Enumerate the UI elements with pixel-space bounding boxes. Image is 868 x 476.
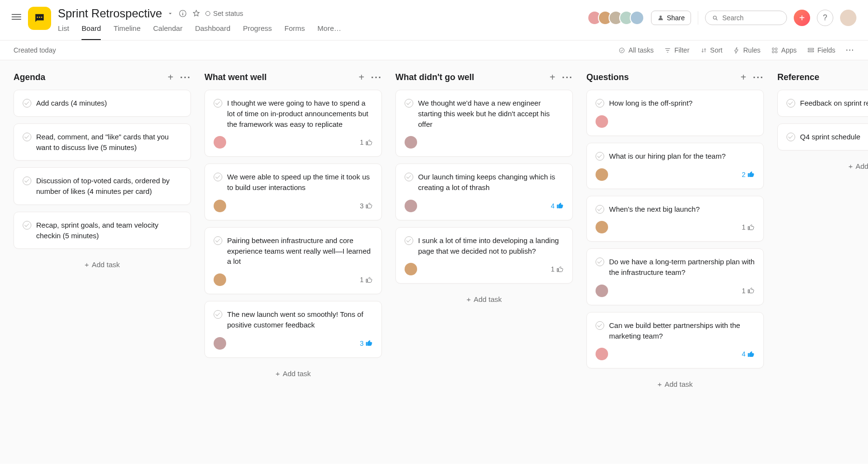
column-more-button[interactable]: ··· [180,72,191,83]
task-card[interactable]: Q4 sprint schedule [777,123,868,150]
menu-toggle[interactable] [12,13,21,20]
column-more-button[interactable]: ··· [562,72,573,83]
like-button[interactable]: 1 [551,265,564,273]
like-button[interactable]: 4 [742,350,755,358]
complete-check-icon[interactable] [596,258,604,266]
task-card[interactable]: What is our hiring plan for the team?2 [586,143,764,189]
complete-check-icon[interactable] [596,205,604,214]
share-button[interactable]: Share [651,11,691,25]
complete-check-icon[interactable] [596,321,604,330]
column-add-button[interactable]: + [359,72,365,83]
column-more-button[interactable]: ··· [371,72,382,83]
tab-dashboard[interactable]: Dashboard [195,24,230,40]
like-button[interactable]: 1 [742,287,755,295]
column-add-button[interactable]: + [550,72,556,83]
task-card[interactable]: When's the next big launch?1 [586,196,764,242]
help-button[interactable]: ? [817,10,833,26]
column-add-button[interactable]: + [741,72,746,83]
star-icon[interactable] [192,9,201,18]
complete-check-icon[interactable] [23,133,31,141]
complete-check-icon[interactable] [23,177,31,185]
task-card[interactable]: Can we build better partnerships with th… [586,312,764,369]
assignee-avatar[interactable] [214,337,226,350]
tab-calendar[interactable]: Calendar [153,24,183,40]
complete-check-icon[interactable] [214,99,222,108]
tab-list[interactable]: List [58,24,69,40]
tab-more[interactable]: More… [317,24,341,40]
like-button[interactable]: 2 [742,171,755,178]
like-button[interactable]: 1 [360,138,373,146]
assignee-avatar[interactable] [405,263,417,275]
complete-check-icon[interactable] [596,152,604,161]
tab-forms[interactable]: Forms [285,24,305,40]
task-card[interactable]: Read, comment, and "like" cards that you… [14,123,191,161]
task-card[interactable]: Recap, sprint goals, and team velocity c… [14,212,191,249]
assignee-avatar[interactable] [596,285,608,297]
assignee-avatar[interactable] [214,200,226,212]
toolbar-fields[interactable]: Fields [807,46,835,54]
complete-check-icon[interactable] [23,99,31,108]
assignee-avatar[interactable] [596,168,608,181]
toolbar-more[interactable]: ··· [846,46,854,54]
project-icon[interactable] [28,7,51,30]
member-avatar[interactable] [630,11,644,25]
complete-check-icon[interactable] [23,221,31,230]
tab-board[interactable]: Board [81,24,101,40]
like-button[interactable]: 3 [360,202,373,210]
task-card[interactable]: We were able to speed up the time it too… [204,163,382,220]
assignee-avatar[interactable] [214,136,226,149]
like-button[interactable]: 1 [742,223,755,231]
assignee-avatar[interactable] [596,221,608,233]
complete-check-icon[interactable] [214,173,222,181]
search-field[interactable] [722,14,780,22]
add-task-button[interactable]: +Add task [14,256,191,273]
task-card[interactable]: Do we have a long-term partnership plan … [586,248,764,305]
add-task-button[interactable]: +Add task [586,375,764,393]
task-card[interactable]: The new launch went so smoothly! Tons of… [204,301,382,358]
tab-timeline[interactable]: Timeline [113,24,140,40]
toolbar-filter[interactable]: Filter [664,46,689,54]
chevron-down-icon[interactable] [167,10,174,17]
column-more-button[interactable]: ··· [753,72,764,83]
complete-check-icon[interactable] [405,173,413,181]
assignee-avatar[interactable] [405,136,417,149]
complete-check-icon[interactable] [214,236,222,245]
assignee-avatar[interactable] [596,115,608,128]
task-card[interactable]: Pairing between infrastructure and core … [204,227,382,294]
tab-progress[interactable]: Progress [243,24,272,40]
complete-check-icon[interactable] [787,99,795,108]
toolbar-apps[interactable]: Apps [771,46,797,54]
task-card[interactable]: Discussion of top-voted cards, ordered b… [14,167,191,205]
member-avatars[interactable] [591,11,644,25]
like-button[interactable]: 1 [360,276,373,284]
task-card[interactable]: How long is the off-sprint? [586,90,764,136]
search-input[interactable] [705,11,787,25]
like-button[interactable]: 3 [360,340,373,347]
task-card[interactable]: Feedback on sprint retrospective meeting… [777,90,868,117]
toolbar-rules[interactable]: Rules [733,46,760,54]
complete-check-icon[interactable] [787,133,795,141]
assignee-avatar[interactable] [405,200,417,212]
complete-check-icon[interactable] [214,310,222,319]
add-task-button[interactable]: +Add task [395,290,573,308]
column-add-button[interactable]: + [168,72,174,83]
like-button[interactable]: 4 [551,202,564,210]
current-user-avatar[interactable] [840,10,856,26]
task-card[interactable]: I sunk a lot of time into developing a l… [395,227,573,284]
complete-check-icon[interactable] [405,99,413,108]
task-card[interactable]: Add cards (4 minutes) [14,90,191,117]
complete-check-icon[interactable] [596,99,604,108]
task-card[interactable]: We thought we'd have a new engineer star… [395,90,573,157]
task-card[interactable]: Our launch timing keeps changing which i… [395,163,573,220]
add-task-button[interactable]: +Add task [777,157,868,175]
toolbar-sort[interactable]: Sort [700,46,723,54]
toolbar-all-tasks[interactable]: All tasks [618,46,653,54]
complete-check-icon[interactable] [405,236,413,245]
assignee-avatar[interactable] [596,348,608,360]
info-icon[interactable] [178,9,187,18]
project-title[interactable]: Sprint Retrospective [58,7,162,20]
assignee-avatar[interactable] [214,273,226,286]
add-task-button[interactable]: +Add task [204,365,382,382]
set-status-button[interactable]: Set status [205,10,243,17]
global-add-button[interactable]: + [794,10,810,26]
